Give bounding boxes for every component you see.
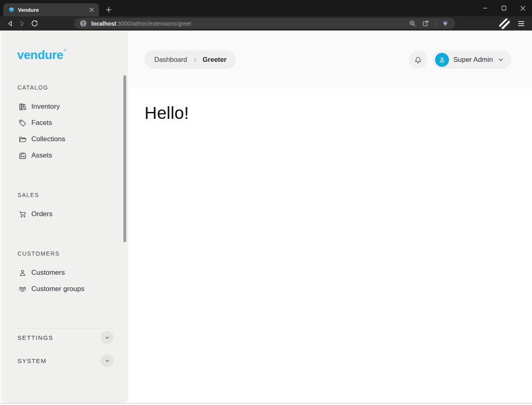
reload-icon[interactable] <box>28 18 41 29</box>
sidebar-nav: CATALOG Inventory Facets <box>1 83 128 297</box>
section-label-customers: CUSTOMERS <box>18 249 128 258</box>
sidebar: vendure® CATALOG Inventory Facets <box>1 31 128 403</box>
site-info-icon[interactable] <box>78 19 88 28</box>
notifications-button[interactable] <box>409 50 427 69</box>
toolbar-separator <box>435 20 436 27</box>
sidebar-section-settings[interactable]: SETTINGS <box>18 328 114 346</box>
url-text: localhost:3000/admin/extensions/greet <box>91 20 404 27</box>
window-bottom-edge <box>0 403 532 405</box>
new-tab-icon[interactable] <box>105 6 113 14</box>
sidebar-item-label: Collections <box>31 135 65 143</box>
browser-titlebar: Vendure <box>0 0 532 16</box>
user-icon <box>18 269 27 277</box>
folder-open-icon <box>18 135 27 144</box>
section-label-settings: SETTINGS <box>18 334 53 341</box>
zoom-icon[interactable] <box>407 19 417 28</box>
breadcrumb: Dashboard Greeter <box>144 50 236 69</box>
user-name: Super Admin <box>453 56 493 64</box>
sidebar-item-label: Facets <box>31 119 52 127</box>
page-heading: Hello! <box>144 103 532 123</box>
sidebar-item-facets[interactable]: Facets <box>1 115 128 131</box>
tag-icon <box>18 119 27 127</box>
settings-expand-button[interactable] <box>101 331 114 344</box>
tab-title: Vendure <box>18 7 84 13</box>
main-panel: Dashboard Greeter Super Admin <box>128 31 532 403</box>
sidebar-item-customers[interactable]: Customers <box>1 265 128 281</box>
nav-section-catalog: CATALOG Inventory Facets <box>1 83 128 164</box>
window-controls <box>476 0 532 16</box>
chevron-down-icon <box>104 335 110 341</box>
sidebar-item-label: Assets <box>31 151 52 160</box>
breadcrumb-greeter: Greeter <box>203 56 227 63</box>
registered-mark: ® <box>63 48 66 53</box>
browser-tab[interactable]: Vendure <box>3 3 99 16</box>
library-icon <box>18 103 27 111</box>
section-label-sales: SALES <box>18 190 128 199</box>
sidebar-item-assets[interactable]: Assets <box>1 147 128 164</box>
tab-close-icon[interactable] <box>88 6 96 14</box>
sidebar-item-label: Customer groups <box>31 285 84 293</box>
sidebar-item-label: Inventory <box>31 103 60 111</box>
user-menu[interactable]: Super Admin <box>433 50 512 69</box>
close-icon[interactable] <box>513 0 532 16</box>
share-icon[interactable] <box>420 19 430 28</box>
sidebar-item-customer-groups[interactable]: Customer groups <box>1 281 128 297</box>
sidebar-scrollbar-thumb[interactable] <box>123 75 126 242</box>
vendure-favicon <box>8 7 15 13</box>
url-host: localhost <box>91 20 116 27</box>
menu-icon[interactable] <box>515 18 527 29</box>
section-label-system: SYSTEM <box>18 357 46 364</box>
shopping-cart-icon <box>18 210 27 219</box>
section-label-catalog: CATALOG <box>18 83 128 92</box>
user-avatar-icon <box>435 53 449 67</box>
minimize-icon[interactable] <box>476 0 495 16</box>
image-icon <box>18 151 27 160</box>
users-icon <box>18 285 27 293</box>
address-bar[interactable]: localhost:3000/admin/extensions/greet <box>74 18 455 29</box>
bell-icon <box>414 55 423 64</box>
breadcrumb-dashboard[interactable]: Dashboard <box>154 56 187 63</box>
sidebar-item-inventory[interactable]: Inventory <box>1 99 128 115</box>
nav-section-sales: SALES Orders <box>1 190 128 222</box>
chevron-right-icon <box>192 57 198 63</box>
main-header: Dashboard Greeter Super Admin <box>128 31 532 89</box>
profile-avatar-icon[interactable] <box>499 18 510 29</box>
sidebar-item-collections[interactable]: Collections <box>1 131 128 147</box>
maximize-icon[interactable] <box>495 0 513 16</box>
forward-icon[interactable] <box>16 18 28 29</box>
url-path: :3000/admin/extensions/greet <box>116 20 191 27</box>
sidebar-item-orders[interactable]: Orders <box>1 206 128 222</box>
browser-toolbar: localhost:3000/admin/extensions/greet <box>0 16 532 31</box>
system-expand-button[interactable] <box>101 354 114 367</box>
sidebar-item-label: Customers <box>31 269 65 277</box>
brave-shield-icon[interactable] <box>440 19 450 28</box>
vendure-logo[interactable]: vendure® <box>17 48 66 62</box>
sidebar-item-label: Orders <box>31 210 53 218</box>
browser-window: Vendure <box>0 0 532 405</box>
chevron-down-icon <box>497 56 504 63</box>
nav-section-customers: CUSTOMERS Customers Customer groups <box>1 249 128 297</box>
page-content: Hello! <box>128 89 532 123</box>
sidebar-section-system[interactable]: SYSTEM <box>18 352 114 370</box>
vendure-admin-app: vendure® CATALOG Inventory Facets <box>0 31 532 403</box>
chevron-down-icon <box>104 358 110 364</box>
back-icon[interactable] <box>4 18 16 29</box>
